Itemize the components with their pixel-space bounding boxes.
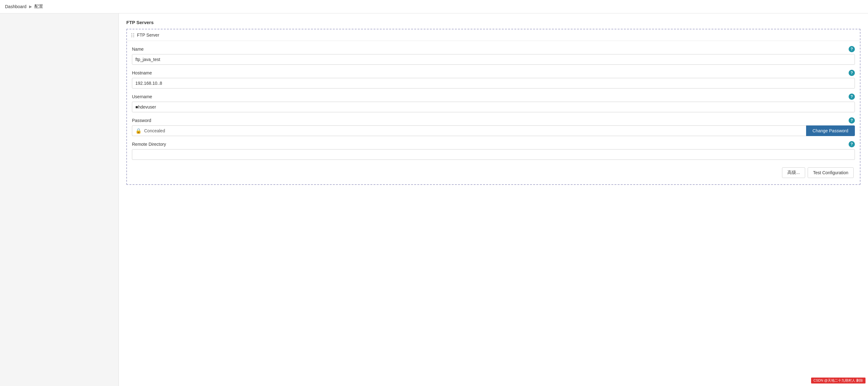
ftp-server-header: FTP Server [127,29,860,41]
remote-dir-label-row: Remote Directory ? [132,141,855,147]
footer-buttons: 高级... Test Configuration [132,167,855,178]
password-field-row: Password ? 🔒 Concealed Change Password [132,117,855,136]
lock-icon: 🔒 [135,128,142,134]
hostname-help-icon[interactable]: ? [848,70,855,76]
username-label-row: Username ? [132,93,855,100]
drag-handle[interactable] [131,33,134,37]
name-field-row: Name ? [132,46,855,65]
ftp-server-label: FTP Server [137,32,159,37]
password-input-wrapper: 🔒 Concealed [132,125,806,136]
main-content: FTP Servers FTP Server N [0,13,868,386]
username-field-row: Username ? [132,93,855,112]
username-label: Username [132,94,152,99]
hostname-label: Hostname [132,70,152,76]
watermark: CSDN @天地二十九萌村人 删除 [811,378,866,384]
advanced-button[interactable]: 高级... [782,167,805,178]
sidebar [0,13,119,386]
password-concealed-text: Concealed [144,128,165,133]
breadcrumb: Dashboard ▶ 配置 [0,0,868,13]
test-configuration-button[interactable]: Test Configuration [808,167,854,178]
section-title: FTP Servers [126,20,861,25]
username-input[interactable] [132,102,855,112]
hostname-input[interactable] [132,78,855,89]
hostname-label-row: Hostname ? [132,70,855,76]
name-help-icon[interactable]: ? [848,46,855,52]
name-input[interactable] [132,54,855,65]
content-area: FTP Servers FTP Server N [119,13,868,386]
breadcrumb-dashboard[interactable]: Dashboard [5,4,27,9]
password-label: Password [132,118,151,123]
remote-dir-field-row: Remote Directory ? [132,141,855,160]
password-help-icon[interactable]: ? [848,117,855,124]
hostname-field-row: Hostname ? [132,70,855,89]
change-password-button[interactable]: Change Password [806,125,855,136]
remote-dir-label: Remote Directory [132,142,166,147]
name-label: Name [132,47,144,52]
breadcrumb-arrow: ▶ [29,4,32,9]
username-help-icon[interactable]: ? [848,93,855,100]
form-body: Name ? Hostname ? Username [127,41,860,184]
password-label-row: Password ? [132,117,855,124]
remote-dir-input[interactable] [132,149,855,160]
breadcrumb-current: 配置 [34,4,43,9]
ftp-server-container: FTP Server Name ? Hostname ? [126,29,861,185]
remote-dir-help-icon[interactable]: ? [848,141,855,147]
password-row: 🔒 Concealed Change Password [132,125,855,136]
name-label-row: Name ? [132,46,855,52]
